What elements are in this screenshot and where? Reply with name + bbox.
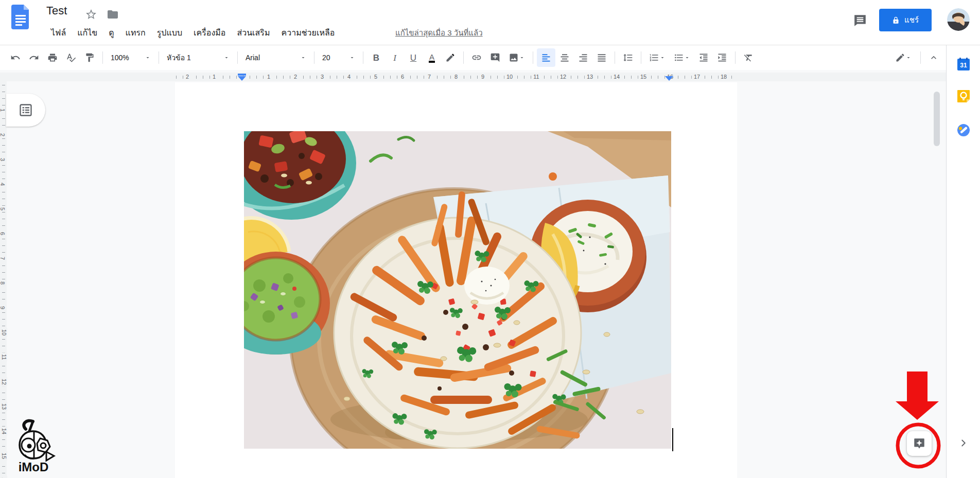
bold-button[interactable]: B [367, 48, 386, 67]
document-inline-image[interactable] [244, 131, 671, 449]
vertical-ruler-number: 9 [0, 305, 6, 311]
document-page[interactable] [175, 82, 737, 478]
horizontal-ruler: 21123456789101112131415161718 [0, 73, 946, 81]
star-icon[interactable] [85, 8, 97, 21]
link-icon [471, 52, 482, 63]
toolbar-separator [735, 51, 736, 64]
calendar-icon[interactable]: 31 [957, 58, 970, 71]
toolbar-separator [615, 51, 615, 64]
font-size-select[interactable]: 20 [318, 48, 359, 67]
vertical-ruler-number: 11 [1, 352, 7, 361]
ruler-number: 2 [292, 73, 299, 81]
ruler-number: 10 [504, 73, 515, 81]
ruler-number: 13 [585, 73, 595, 81]
undo-icon [10, 52, 21, 63]
undo-button[interactable] [6, 48, 25, 67]
numbered-list-button[interactable] [645, 48, 670, 67]
justify-button[interactable] [592, 48, 611, 67]
font-family-value: Arial [246, 54, 260, 62]
redo-button[interactable] [25, 48, 43, 67]
clear-formatting-button[interactable] [739, 48, 758, 67]
right-indent-marker[interactable] [665, 76, 673, 81]
clear-formatting-icon [743, 52, 754, 63]
collapse-toolbar-button[interactable] [924, 48, 943, 67]
underline-icon: U [410, 54, 416, 62]
hide-side-panel-button[interactable] [957, 436, 970, 450]
spellcheck-button[interactable] [62, 48, 80, 67]
align-right-button[interactable] [574, 48, 592, 67]
vertical-scrollbar-thumb[interactable] [934, 92, 940, 146]
share-button[interactable]: แชร์ [879, 9, 932, 31]
menu-item[interactable]: เครื่องมือ [188, 25, 231, 40]
menu-item[interactable]: ไฟล์ [45, 25, 72, 40]
toolbar-separator [237, 51, 238, 64]
keep-icon[interactable] [957, 90, 970, 103]
paint-format-button[interactable] [80, 48, 99, 67]
spellcheck-icon [66, 52, 76, 63]
chevron-down-icon [223, 55, 230, 61]
left-indent-marker[interactable] [238, 74, 246, 81]
lock-icon [892, 16, 900, 24]
insert-image-button[interactable] [504, 48, 529, 67]
print-icon [47, 52, 58, 63]
show-document-outline-button[interactable] [6, 94, 45, 127]
tasks-icon[interactable] [957, 123, 970, 137]
chevron-down-icon [349, 55, 355, 61]
paragraph-style-value: หัวข้อ 1 [167, 52, 191, 63]
vertical-ruler-number: 8 [0, 280, 6, 286]
ruler-number: 1 [265, 73, 272, 81]
account-avatar[interactable] [947, 8, 970, 31]
toolbar-separator [463, 51, 464, 64]
italic-button[interactable]: I [386, 48, 404, 67]
paint-format-icon [84, 52, 95, 63]
toolbar-separator [533, 51, 533, 64]
google-docs-app: Test ไฟล์แก้ไขดูแทรกรูปแบบเครื่องมือส่วน… [0, 0, 980, 478]
justify-icon [597, 52, 607, 63]
line-spacing-button[interactable] [619, 48, 637, 67]
vertical-ruler-number: 1 [0, 107, 6, 113]
menu-item[interactable]: ดู [103, 25, 119, 40]
font-family-select[interactable]: Arial [241, 48, 310, 67]
ruler-number: 5 [372, 73, 379, 81]
ruler-number: 9 [479, 73, 486, 81]
vertical-ruler-number: 7 [0, 255, 6, 261]
move-folder-icon[interactable] [107, 8, 119, 21]
vertical-ruler-number: 5 [0, 206, 6, 212]
paragraph-style-select[interactable]: หัวข้อ 1 [163, 48, 234, 67]
increase-indent-button[interactable] [713, 48, 731, 67]
explore-button[interactable] [907, 431, 932, 456]
last-edited-link[interactable]: แก้ไขล่าสุดเมื่อ 3 วันที่แล้ว [395, 27, 483, 39]
vertical-ruler-number: 12 [1, 377, 7, 386]
open-comments-button[interactable] [851, 11, 869, 30]
imod-text: iMoD [19, 460, 49, 474]
text-color-icon: A [429, 53, 435, 63]
ruler-number: 17 [692, 73, 702, 81]
insert-link-button[interactable] [467, 48, 486, 67]
document-title[interactable]: Test [46, 4, 67, 17]
menu-item[interactable]: รูปแบบ [151, 25, 188, 40]
vertical-ruler-number: 10 [1, 328, 7, 337]
document-canvas: 21123456789101112131415161718 1234567891… [0, 70, 946, 478]
underline-button[interactable]: U [404, 48, 423, 67]
docs-logo[interactable] [11, 5, 30, 29]
zoom-value: 100% [111, 54, 129, 62]
red-arrow-head [896, 401, 939, 420]
align-center-button[interactable] [555, 48, 574, 67]
decrease-indent-button[interactable] [694, 48, 713, 67]
add-comment-button[interactable] [486, 48, 504, 67]
menu-item[interactable]: ส่วนเสริม [231, 25, 275, 40]
bullet-list-button[interactable] [670, 48, 694, 67]
add-comment-icon [490, 52, 500, 63]
ruler-number: 11 [531, 73, 541, 81]
zoom-select[interactable]: 100% [107, 48, 155, 67]
menu-item[interactable]: ความช่วยเหลือ [275, 25, 340, 40]
editing-mode-button[interactable] [890, 48, 917, 67]
chevron-down-icon [684, 55, 690, 61]
print-button[interactable] [43, 48, 62, 67]
ruler-number: 3 [319, 73, 326, 81]
align-left-button[interactable] [537, 48, 555, 67]
text-color-button[interactable]: A [423, 48, 441, 67]
menu-item[interactable]: แทรก [120, 25, 151, 40]
highlight-color-button[interactable] [441, 48, 460, 67]
menu-item[interactable]: แก้ไข [72, 25, 103, 40]
